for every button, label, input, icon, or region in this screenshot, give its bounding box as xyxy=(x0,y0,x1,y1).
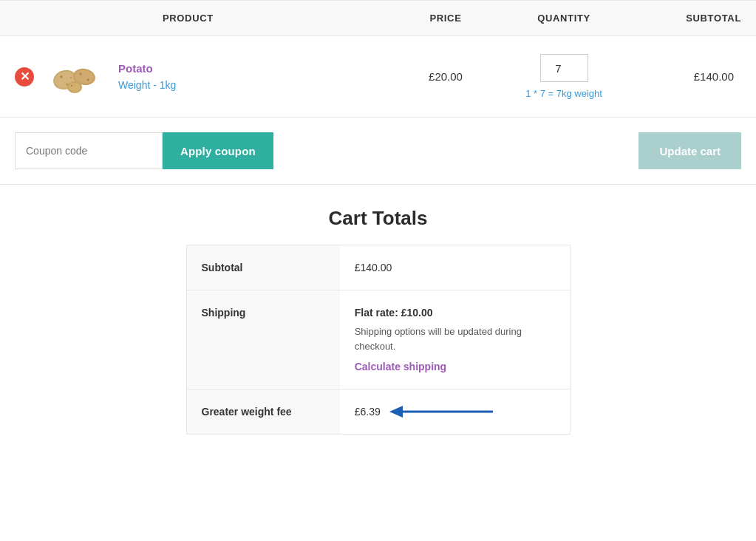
row-left: ✕ xyxy=(15,56,103,97)
cart-table-header: PRODUCT PRICE QUANTITY SUBTOTAL xyxy=(0,0,756,36)
cart-totals-section: Cart Totals Subtotal £140.00 Shipping Fl… xyxy=(0,185,756,449)
svg-point-11 xyxy=(71,85,72,86)
price-cell: £20.00 xyxy=(386,70,505,83)
subtotal-value: £140.00 xyxy=(340,245,570,290)
update-cart-button[interactable]: Update cart xyxy=(638,132,741,169)
svg-point-10 xyxy=(69,83,81,92)
col-quantity-header: QUANTITY xyxy=(505,13,623,24)
product-image xyxy=(49,56,101,97)
page-wrapper: PRODUCT PRICE QUANTITY SUBTOTAL ✕ xyxy=(0,0,756,541)
shipping-rate: Flat rate: £10.00 xyxy=(355,307,555,319)
greater-weight-amount: £6.39 xyxy=(355,406,381,418)
blue-arrow-icon xyxy=(389,406,493,418)
product-info: Potato Weight - 1kg xyxy=(103,62,386,91)
totals-greater-weight-row: Greater weight fee £6.39 xyxy=(187,389,570,434)
weight-info: 1 * 7 = 7kg weight xyxy=(505,88,623,99)
table-row: ✕ xyxy=(0,36,756,118)
subtotal-label: Subtotal xyxy=(187,245,340,290)
quantity-cell: 1 * 7 = 7kg weight xyxy=(505,54,623,99)
shipping-note: Shipping options will be updated during … xyxy=(355,324,555,353)
col-remove xyxy=(15,13,103,24)
quantity-input[interactable] xyxy=(540,54,588,82)
product-name: Potato xyxy=(118,62,386,75)
svg-point-2 xyxy=(60,75,63,78)
col-product-header: PRODUCT xyxy=(103,13,386,24)
col-subtotal-header: SUBTOTAL xyxy=(623,13,741,24)
shipping-label: Shipping xyxy=(187,290,340,389)
product-image-area xyxy=(34,56,101,97)
col-price-header: PRICE xyxy=(386,13,505,24)
svg-point-4 xyxy=(70,77,72,78)
svg-point-8 xyxy=(87,79,89,81)
coupon-area: Apply coupon xyxy=(15,132,273,169)
svg-point-7 xyxy=(80,73,82,75)
apply-coupon-button[interactable]: Apply coupon xyxy=(163,132,273,169)
cart-totals-title: Cart Totals xyxy=(329,207,428,230)
totals-shipping-row: Shipping Flat rate: £10.00 Shipping opti… xyxy=(187,290,570,389)
arrow-container: £6.39 xyxy=(355,406,555,418)
greater-weight-label: Greater weight fee xyxy=(187,389,340,434)
remove-icon: ✕ xyxy=(15,67,34,86)
calculate-shipping-link[interactable]: Calculate shipping xyxy=(355,361,446,372)
shipping-value: Flat rate: £10.00 Shipping options will … xyxy=(340,290,570,389)
cart-actions: Apply coupon Update cart xyxy=(0,118,756,185)
totals-subtotal-row: Subtotal £140.00 xyxy=(187,245,570,290)
product-variant: Weight - 1kg xyxy=(118,79,386,91)
greater-weight-value: £6.39 xyxy=(340,389,570,434)
remove-button[interactable]: ✕ xyxy=(15,67,34,86)
svg-marker-13 xyxy=(389,406,403,418)
subtotal-cell: £140.00 xyxy=(623,70,741,83)
coupon-input[interactable] xyxy=(15,132,163,169)
cart-totals-table: Subtotal £140.00 Shipping Flat rate: £10… xyxy=(186,245,571,435)
